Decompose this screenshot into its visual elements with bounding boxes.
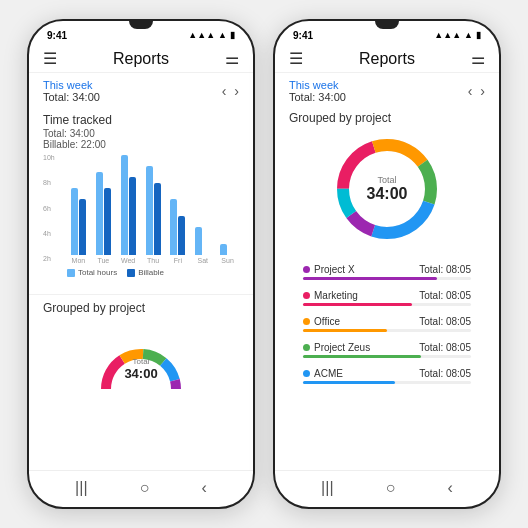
project-time-3: Total: 08:05 <box>419 316 471 327</box>
list-item: Office Total: 08:05 <box>289 311 485 337</box>
project-bar-fill-1 <box>303 277 437 280</box>
battery-icon-r: ▮ <box>476 30 481 40</box>
donut-container-left: Total 34:00 <box>43 319 239 409</box>
bar-total <box>195 227 202 255</box>
wifi-icon-r: ▲ <box>464 30 473 40</box>
week-info-right: This week Total: 34:00 <box>289 79 346 103</box>
project-name-2: Marketing <box>303 290 358 301</box>
prev-arrow-right[interactable]: ‹ <box>468 83 473 99</box>
screen-content-right: Grouped by project Total 34:00 <box>275 105 499 470</box>
bar-billable <box>154 183 161 255</box>
bar-total <box>170 199 177 255</box>
project-dot-4 <box>303 344 310 351</box>
project-bar-bg-1 <box>303 277 471 280</box>
nav-arrows-right[interactable]: ‹ › <box>468 83 485 99</box>
bar-chart-container: 10h 8h 6h 4h 2h MonTueWedThuFriSatSun To… <box>43 150 239 290</box>
filter-icon-left[interactable]: ⚌ <box>225 49 239 68</box>
bar-group: Tue <box>92 172 115 264</box>
project-bar-bg-4 <box>303 355 471 358</box>
grouped-title-left: Grouped by project <box>43 301 239 315</box>
project-bar-bg-2 <box>303 303 471 306</box>
project-bar-bg-5 <box>303 381 471 384</box>
bar-total <box>121 155 128 255</box>
nav-arrows-left[interactable]: ‹ › <box>222 83 239 99</box>
chart-sub-2: Billable: 22:00 <box>43 139 239 150</box>
filter-icon-right[interactable]: ⚌ <box>471 49 485 68</box>
signal-icon-r: ▲▲▲ <box>434 30 461 40</box>
project-bar-fill-5 <box>303 381 395 384</box>
time-right: 9:41 <box>293 30 313 41</box>
project-bar-fill-2 <box>303 303 412 306</box>
bar-group: Mon <box>67 188 90 264</box>
project-name-4: Project Zeus <box>303 342 370 353</box>
project-time-4: Total: 08:05 <box>419 342 471 353</box>
day-label: Thu <box>147 257 159 264</box>
status-bar-left: 9:41 ▲▲▲ ▲ ▮ <box>29 21 253 45</box>
nav-lines-icon[interactable]: ||| <box>75 479 87 497</box>
next-arrow-right[interactable]: › <box>480 83 485 99</box>
day-label: Tue <box>97 257 109 264</box>
chart-section-left: Time tracked Total: 34:00 Billable: 22:0… <box>29 105 253 294</box>
wifi-icon: ▲ <box>218 30 227 40</box>
menu-icon-right[interactable]: ☰ <box>289 49 303 68</box>
project-time-2: Total: 08:05 <box>419 290 471 301</box>
notch <box>129 21 153 29</box>
chart-title: Time tracked <box>43 113 239 127</box>
week-nav-left: This week Total: 34:00 ‹ › <box>29 73 253 105</box>
total-label-right: Total: 34:00 <box>289 91 346 103</box>
prev-arrow-left[interactable]: ‹ <box>222 83 227 99</box>
chart-legend: Total hours Billable <box>43 268 239 277</box>
menu-icon-left[interactable]: ☰ <box>43 49 57 68</box>
day-label: Sun <box>221 257 233 264</box>
signal-icon: ▲▲▲ <box>188 30 215 40</box>
left-phone: 9:41 ▲▲▲ ▲ ▮ ☰ Reports ⚌ This week Total… <box>27 19 255 509</box>
list-item: Marketing Total: 08:05 <box>289 285 485 311</box>
nav-home-icon[interactable]: ○ <box>140 479 150 497</box>
bar-group: Thu <box>142 166 165 264</box>
page-title-left: Reports <box>113 50 169 68</box>
bar-group: Fri <box>166 199 189 264</box>
bar-billable <box>104 188 111 255</box>
bar-billable <box>129 177 136 255</box>
nav-back-icon[interactable]: ‹ <box>202 479 207 497</box>
project-dot-1 <box>303 266 310 273</box>
grouped-section-left: Grouped by project Total 34:00 <box>29 294 253 417</box>
battery-icon: ▮ <box>230 30 235 40</box>
day-label: Wed <box>121 257 135 264</box>
project-dot-5 <box>303 370 310 377</box>
project-name-5: ACME <box>303 368 343 379</box>
bar-total <box>146 166 153 255</box>
project-dot-3 <box>303 318 310 325</box>
nav-lines-icon-r[interactable]: ||| <box>321 479 333 497</box>
nav-home-icon-r[interactable]: ○ <box>386 479 396 497</box>
legend-total: Total hours <box>67 268 117 277</box>
week-label-left: This week <box>43 79 100 91</box>
next-arrow-left[interactable]: › <box>234 83 239 99</box>
bar-group: Wed <box>117 155 140 264</box>
total-label-left: Total: 34:00 <box>43 91 100 103</box>
y-axis: 10h 8h 6h 4h 2h <box>43 154 55 264</box>
status-icons-left: ▲▲▲ ▲ ▮ <box>188 30 235 40</box>
time-left: 9:41 <box>47 30 67 41</box>
day-label: Mon <box>72 257 86 264</box>
project-time-1: Total: 08:05 <box>419 264 471 275</box>
notch-right <box>375 21 399 29</box>
project-name-3: Office <box>303 316 340 327</box>
app-header-right: ☰ Reports ⚌ <box>275 45 499 73</box>
project-time-5: Total: 08:05 <box>419 368 471 379</box>
page-title-right: Reports <box>359 50 415 68</box>
bottom-nav-right: ||| ○ ‹ <box>275 470 499 507</box>
project-bar-fill-3 <box>303 329 387 332</box>
day-label: Sat <box>197 257 208 264</box>
week-nav-right: This week Total: 34:00 ‹ › <box>275 73 499 105</box>
legend-billable: Billable <box>127 268 164 277</box>
nav-back-icon-r[interactable]: ‹ <box>448 479 453 497</box>
donut-label-right: Total 34:00 <box>367 175 408 203</box>
project-bar-bg-3 <box>303 329 471 332</box>
project-name-1: Project X <box>303 264 355 275</box>
bar-billable <box>79 199 86 255</box>
list-item: Project X Total: 08:05 <box>289 259 485 285</box>
bar-total <box>71 188 78 255</box>
chart-sub-1: Total: 34:00 <box>43 128 239 139</box>
right-phone: 9:41 ▲▲▲ ▲ ▮ ☰ Reports ⚌ This week Total… <box>273 19 501 509</box>
